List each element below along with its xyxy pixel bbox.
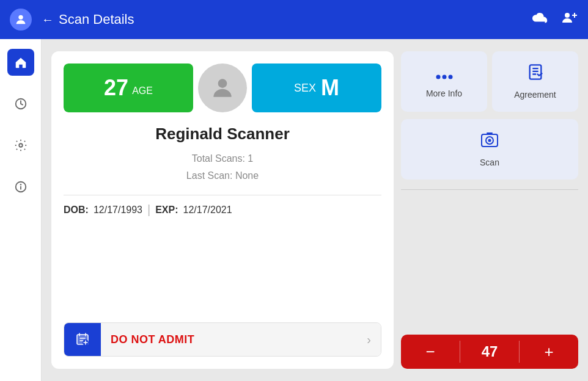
exp-value: 12/17/2021 bbox=[183, 205, 232, 216]
sidebar-item-settings[interactable] bbox=[7, 132, 34, 159]
agreement-button[interactable]: Agreement bbox=[492, 51, 578, 112]
sex-value: M bbox=[321, 75, 339, 101]
svg-point-13 bbox=[442, 75, 446, 79]
admit-row[interactable]: DO NOT ADMIT › bbox=[64, 322, 381, 357]
cloud-icon[interactable] bbox=[532, 11, 549, 28]
action-grid: More Info Agreement bbox=[401, 51, 578, 112]
app-header: ← Scan Details bbox=[0, 0, 588, 39]
age-sex-banner: 27 AGE SEX M bbox=[64, 64, 381, 112]
admit-status-text: DO NOT ADMIT bbox=[111, 333, 194, 346]
sidebar-item-clock[interactable] bbox=[7, 90, 34, 117]
counter-value: 47 bbox=[460, 343, 519, 360]
svg-point-12 bbox=[436, 75, 440, 79]
chevron-right-icon: › bbox=[367, 333, 371, 347]
right-divider bbox=[401, 189, 578, 190]
admit-icon-block bbox=[64, 323, 101, 356]
content-area: 27 AGE SEX M Reginald Scanner Total Scan… bbox=[42, 39, 588, 381]
svg-point-0 bbox=[18, 15, 23, 20]
agreement-label: Agreement bbox=[514, 90, 556, 100]
dob-label: DOB: bbox=[64, 205, 89, 216]
sidebar bbox=[0, 39, 42, 381]
more-info-button[interactable]: More Info bbox=[401, 51, 487, 112]
sex-label: SEX bbox=[294, 82, 316, 95]
profile-avatar bbox=[198, 64, 247, 112]
more-info-icon bbox=[436, 65, 453, 84]
svg-point-8 bbox=[20, 184, 21, 185]
admit-text-block: DO NOT ADMIT › bbox=[101, 323, 381, 356]
sidebar-item-home[interactable] bbox=[7, 49, 34, 76]
add-person-icon[interactable] bbox=[561, 10, 578, 29]
sex-block: SEX M bbox=[252, 64, 381, 112]
profile-card: 27 AGE SEX M Reginald Scanner Total Scan… bbox=[51, 51, 394, 369]
person-name: Reginald Scanner bbox=[64, 125, 381, 143]
svg-point-5 bbox=[19, 143, 23, 147]
scan-icon bbox=[480, 131, 499, 153]
age-value: 27 bbox=[104, 75, 128, 101]
svg-point-18 bbox=[488, 139, 491, 142]
right-panel: More Info Agreement bbox=[401, 51, 578, 369]
dob-exp-row: DOB: 12/17/1993 | EXP: 12/17/2021 bbox=[64, 203, 381, 217]
dob-value: 12/17/1993 bbox=[94, 205, 142, 216]
scan-button[interactable]: Scan bbox=[401, 119, 578, 180]
back-button[interactable]: ← bbox=[42, 13, 54, 27]
svg-point-9 bbox=[218, 79, 227, 88]
page-title: Scan Details bbox=[59, 12, 532, 27]
increment-icon: + bbox=[544, 343, 553, 361]
sidebar-item-info[interactable] bbox=[7, 173, 34, 200]
agreement-icon bbox=[527, 64, 544, 85]
total-scans: Total Scans: 1 bbox=[64, 153, 381, 164]
main-layout: 27 AGE SEX M Reginald Scanner Total Scan… bbox=[0, 39, 588, 381]
more-info-label: More Info bbox=[426, 89, 462, 98]
scan-label: Scan bbox=[480, 158, 499, 167]
counter-row: − 47 + bbox=[401, 335, 578, 369]
svg-point-1 bbox=[565, 13, 570, 18]
age-block: 27 AGE bbox=[64, 64, 193, 112]
header-actions bbox=[532, 10, 578, 29]
separator: | bbox=[147, 203, 150, 217]
increment-button[interactable]: + bbox=[520, 335, 578, 369]
user-avatar bbox=[10, 9, 32, 31]
last-scan: Last Scan: None bbox=[64, 170, 381, 181]
svg-point-14 bbox=[448, 75, 452, 79]
decrement-button[interactable]: − bbox=[401, 335, 460, 369]
decrement-icon: − bbox=[425, 343, 435, 361]
age-label: AGE bbox=[132, 85, 153, 96]
exp-label: EXP: bbox=[155, 205, 178, 216]
divider bbox=[64, 195, 381, 195]
